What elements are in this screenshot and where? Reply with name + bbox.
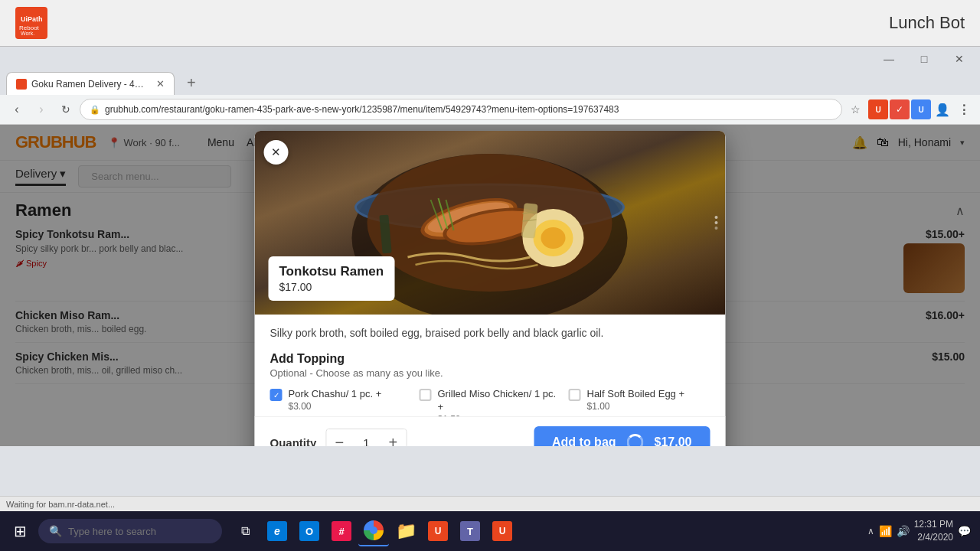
more-options-button[interactable]: ⋮ [954,99,974,119]
lock-icon: 🔒 [90,105,100,115]
forward-button[interactable]: › [31,99,52,120]
maximize-button[interactable]: □ [906,48,942,70]
bookmark-icon[interactable]: ☆ [845,99,865,119]
modal-image-area: Tonkotsu Ramen $17.00 ✕ [255,131,726,315]
tab-label: Goku Ramen Delivery - 435 Park... [31,79,149,90]
ext-icon-1[interactable]: U [868,99,888,119]
minimize-button[interactable]: — [871,48,906,70]
uipath-2-app[interactable]: U [487,516,518,546]
modal-footer: Quantity − 1 + Add to bag $17.00 [255,416,726,446]
refresh-button[interactable]: ↻ [55,99,77,120]
loading-spinner [627,434,644,446]
toppings-grid: ✓ Pork Chashu/ 1 pc. + $3.00 G [270,388,710,416]
modal-body: Silky pork broth, soft boiled egg, brais… [255,315,726,416]
add-topping-section: Add Topping Optional - Choose as many as… [270,352,710,416]
windows-icon: ⊞ [14,522,27,540]
system-tray-expand[interactable]: ∧ [867,526,874,536]
teams-app[interactable]: T [455,516,485,546]
browser-window: — □ ✕ Goku Ramen Delivery - 435 Park... … [0,46,980,496]
topping-2[interactable]: Half Soft Boiled Egg + $1.00 [569,388,710,416]
title-bar: UiPath Reboot Work. Lunch Bot [0,0,980,46]
address-bar[interactable]: 🔒 grubhub.com/restaurant/goku-ramen-435-… [80,99,842,120]
extension-icons: U ✓ U 👤 ⋮ [868,99,974,119]
topping-2-checkbox[interactable] [569,389,581,401]
topping-1-label: Grilled Miso Chicken/ 1 pc. + $1.50 [438,388,561,416]
modal-close-button[interactable]: ✕ [264,140,289,165]
svg-point-13 [541,227,566,249]
svg-text:Work.: Work. [21,31,34,36]
tab-favicon [16,79,27,90]
ext-icon-2[interactable]: ✓ [890,99,910,119]
uipath-1-app[interactable]: U [423,516,453,546]
browser-tab-active[interactable]: Goku Ramen Delivery - 435 Park... ✕ [6,72,175,95]
topping-2-label: Half Soft Boiled Egg + $1.00 [587,388,685,412]
outlook-app[interactable]: O [294,516,325,546]
outlook-icon: O [299,521,319,541]
taskbar-time: 12:31 PM [914,518,953,531]
modal-item-title: Tonkotsu Ramen [279,264,384,279]
taskbar-search-input[interactable] [68,526,211,537]
modal-scroll-area[interactable]: Tonkotsu Ramen $17.00 ✕ Silky pork broth… [255,131,726,416]
tab-close-icon[interactable]: ✕ [156,78,165,90]
taskbar-clock[interactable]: 12:31 PM 2/4/2020 [914,518,953,544]
files-icon: 📁 [396,521,416,541]
url-text: grubhub.com/restaurant/goku-ramen-435-pa… [105,104,619,115]
files-app[interactable]: 📁 [390,516,421,546]
volume-icon[interactable]: 🔊 [897,525,910,537]
add-to-bag-price: $17.00 [655,435,692,446]
quantity-label: Quantity [270,436,317,447]
edge-icon: e [267,521,287,541]
topping-1-checkbox[interactable] [420,389,432,401]
modal-item-price: $17.00 [279,281,384,293]
quantity-increase-button[interactable]: + [380,429,406,446]
add-to-bag-button[interactable]: Add to bag $17.00 [534,426,710,446]
taskbar: ⊞ 🔍 ⧉ e O # 📁 U T U [0,511,980,551]
item-modal: Tonkotsu Ramen $17.00 ✕ Silky pork broth… [255,131,726,446]
page-content-area: GRUBHUB 📍 Work · 90 f... Menu About Revi… [0,125,980,446]
quantity-decrease-button[interactable]: − [326,429,352,446]
uipath-1-icon: U [428,521,448,541]
taskview-app[interactable]: ⧉ [230,516,260,546]
back-button[interactable]: ‹ [6,99,28,120]
quantity-section: Quantity − 1 + [270,429,407,446]
uipath-logo-svg: UiPath Reboot Work. [18,9,45,37]
start-button[interactable]: ⊞ [3,514,37,548]
chrome-app[interactable] [358,516,389,546]
add-topping-subtext: Optional - Choose as many as you like. [270,367,710,379]
item-description: Silky pork broth, soft boiled egg, brais… [270,325,710,341]
modal-scroll-indicator [715,216,718,230]
topping-0[interactable]: ✓ Pork Chashu/ 1 pc. + $3.00 [270,388,412,416]
taskbar-apps-row: ⧉ e O # 📁 U T U [230,516,518,546]
add-topping-title: Add Topping [270,352,710,366]
status-text: Waiting for bam.nr-data.net... [6,500,115,509]
svg-text:UiPath: UiPath [21,15,43,23]
close-window-button[interactable]: ✕ [942,48,977,70]
logo-box: UiPath Reboot Work. [15,7,47,39]
network-icon[interactable]: 📶 [879,525,892,537]
search-icon: 🔍 [49,525,62,537]
teams-icon: T [460,521,480,541]
uipath-2-icon: U [492,521,512,541]
browser-topbar: — □ ✕ [0,47,980,71]
topping-0-label: Pork Chashu/ 1 pc. + $3.00 [289,388,382,412]
item-title-overlay: Tonkotsu Ramen $17.00 [269,256,395,301]
topping-0-checkbox[interactable]: ✓ [270,389,283,401]
uipath-logo[interactable]: UiPath Reboot Work. [15,7,47,39]
new-tab-button[interactable]: + [178,71,205,95]
quantity-controls: − 1 + [325,429,407,446]
browser-tabs-row: Goku Ramen Delivery - 435 Park... ✕ + [0,71,980,95]
add-to-bag-label: Add to bag [552,435,616,446]
taskbar-date: 2/4/2020 [914,531,953,544]
quantity-value: 1 [352,436,380,447]
ext-icon-3[interactable]: U [911,99,931,119]
slack-icon: # [332,521,351,541]
browser-nav-row: ‹ › ↻ 🔒 grubhub.com/restaurant/goku-rame… [0,95,980,125]
status-bar: Waiting for bam.nr-data.net... [0,496,980,511]
lunch-bot-title: Lunch Bot [889,13,965,33]
taskbar-search-area[interactable]: 🔍 [38,519,222,543]
notification-area[interactable]: 💬 [958,525,971,537]
slack-app[interactable]: # [326,516,357,546]
ext-icon-4[interactable]: 👤 [933,99,952,119]
topping-1[interactable]: Grilled Miso Chicken/ 1 pc. + $1.50 [420,388,561,416]
edge-app[interactable]: e [262,516,292,546]
